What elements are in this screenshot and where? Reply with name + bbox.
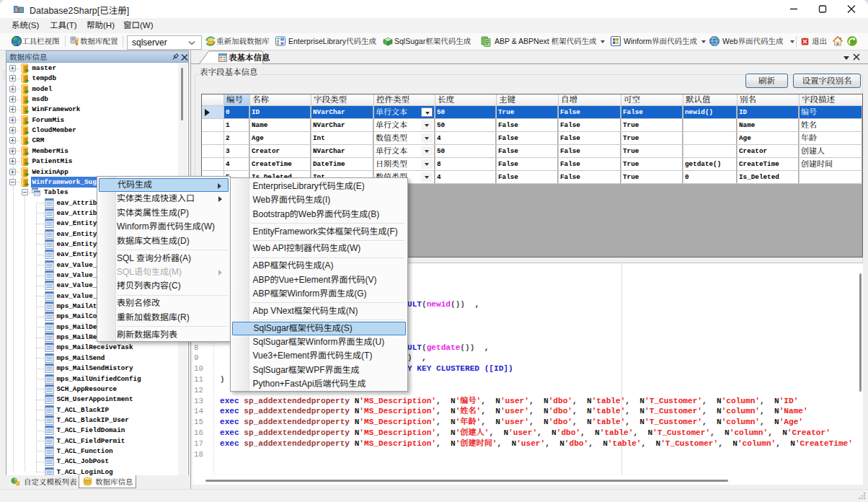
grid-cell[interactable]: False [558,132,620,144]
tree-item-label[interactable]: SCH_UserAppointment [57,394,133,405]
grid-cell[interactable]: 0 [223,106,249,118]
grid-cell[interactable]: getdate() [683,158,736,170]
grid-cell[interactable]: NVarChar [311,106,373,118]
menu-item[interactable]: SqlSugar框架代码生成(S) [232,322,406,335]
document-list-dropdown-icon[interactable] [843,56,849,60]
grid-cell[interactable]: False [496,158,557,170]
grid-cell[interactable]: ID [737,106,798,118]
grid-column-header[interactable]: 长度 [435,94,496,105]
grid-row-header[interactable] [202,158,223,170]
grid-cell[interactable]: False [496,171,557,183]
minimize-button[interactable] [779,0,808,18]
menu-item[interactable]: Bootstrap的Web界面代码生成(B) [232,208,406,221]
grid-cell[interactable]: False [496,132,557,144]
tree-item[interactable]: tempdb [6,73,178,84]
blog-icon[interactable] [846,35,858,47]
tree-item[interactable]: SCH_UserAppointment [6,394,178,405]
grid-cell[interactable]: False [558,158,620,170]
menu-item[interactable]: SqlSugar框架Winform界面生成(U) [232,335,406,349]
menu-item[interactable]: Vue3+Element界面代码生成(T) [232,349,406,363]
grid-cell[interactable]: Creator [249,145,310,157]
toolbar-sqlsugar-button[interactable]: SqlSugar框架代码生成 [394,33,471,50]
combo-dropdown-button[interactable] [421,133,433,143]
toolbar-exit-button[interactable]: 退出 [812,33,827,50]
tree-item[interactable]: T_ACL_BlackIP_User [6,415,178,426]
grid-cell[interactable]: DateTime [311,158,373,170]
editor-horizontal-scrollbar[interactable] [205,480,728,482]
refresh-button[interactable]: 刷新 [745,74,788,88]
tab-database-info[interactable]: 数据库信息 [79,475,136,488]
grid-cell[interactable]: False [558,145,620,157]
tree-scrollbar-thumb[interactable] [181,68,183,120]
tree-item-label[interactable]: tempdb [32,73,56,84]
menu-tools[interactable]: 工具(T) [50,18,77,33]
grid-cell[interactable]: 8 [435,158,495,170]
grid-cell[interactable]: CreateTime [737,158,798,170]
tree-item[interactable]: T_ACL_LoginLog [6,467,178,475]
home-icon[interactable] [832,35,843,47]
tree-item[interactable]: CRM [6,135,178,146]
tree-item[interactable]: mps_MailReceiveTask [6,342,178,353]
grid-cell[interactable]: Name [249,119,310,131]
grid-column-header[interactable]: 主键 [496,94,558,105]
menu-item[interactable]: ABP框架Winform界面生成(G) [232,287,406,301]
tree-item[interactable]: msdb [6,94,178,105]
tree-item-label[interactable]: msdb [32,94,48,105]
tree-item[interactable]: T_ACL_BlackIP [6,405,178,415]
set-field-alias-button[interactable]: 设置字段别名 [793,74,861,88]
grid-cell[interactable] [683,132,736,144]
grid-cell[interactable]: CreateTime [249,158,310,170]
menu-item[interactable]: ABP框架代码生成(A) [232,259,406,273]
grid-cell[interactable]: ID [249,106,310,118]
grid-cell[interactable]: True [496,106,557,118]
menu-system[interactable]: 系统(S) [12,18,39,33]
menu-item[interactable]: EntityFramework实体框架代码生成(F) [232,225,406,239]
grid-cell[interactable]: 创建时间 [799,158,862,170]
grid-cell[interactable]: 1 [223,119,249,131]
grid-cell[interactable] [799,171,862,183]
grid-cell[interactable]: True [621,158,682,170]
tree-item-label[interactable]: mps_MailUnifiedConfig [57,374,141,384]
tree-item-label[interactable]: eav_Entity [57,218,97,229]
toolbar-winform-dropdown-arrow[interactable] [701,40,706,43]
tree-item[interactable]: T_ACL_FieldDomain [6,425,178,436]
combo-dropdown-button[interactable] [421,159,433,169]
toolbar-web-dropdown-arrow[interactable] [790,40,794,43]
grid-cell[interactable]: Is_Deleted [737,171,798,183]
grid-cell[interactable]: 年龄 [799,132,862,144]
tab-label[interactable]: 数据库信息 [95,475,133,488]
menu-item[interactable]: EnterpriseLibrary代码生成(E) [232,180,406,193]
tree-item[interactable]: CloudMember [6,125,178,136]
grid-cell[interactable]: True [621,171,682,183]
grid-cell[interactable]: True [621,132,682,144]
menu-item[interactable]: 代码生成 [99,178,229,192]
tree-item-label[interactable]: T_ACL_FieldDomain [57,425,125,436]
combo-dropdown-button[interactable] [421,172,433,182]
toolbar-entlib-button[interactable]: EnterpriseLibrary代码生成 [288,33,376,50]
menu-help[interactable]: 帮助(H) [87,18,115,33]
tree-item[interactable]: SCH_AppResource [6,384,178,395]
toolbar-abp-dropdown-arrow[interactable] [601,40,605,43]
grid-column-header[interactable]: 字段描述 [799,94,862,105]
grid-column-header[interactable]: 编号 [223,94,249,105]
menu-item[interactable]: SQL 查询分析器(A) [99,252,229,265]
toolbar-winform-button[interactable]: Winform界面代码生成 [624,33,697,50]
tree-item-label[interactable]: mps_MailReceiveTask [57,342,133,353]
grid-cell[interactable]: NVarChar [311,145,373,157]
grid-cell[interactable]: NVarChar [311,119,373,131]
tree-item[interactable]: model [6,84,178,94]
grid-cell[interactable]: Int [311,132,373,144]
tree-item-label[interactable]: master [32,63,56,74]
menu-item[interactable]: SQL语句生成(M) [99,265,229,279]
grid-cell[interactable]: Age [249,132,310,144]
grid-cell[interactable]: 50 [435,106,495,118]
tree-item[interactable]: T_ACL_Function [6,446,178,457]
grid-cell[interactable]: True [621,145,682,157]
grid-cell[interactable]: 50 [435,145,495,157]
tree-item-label[interactable]: Tables [44,187,68,198]
combo-dropdown-button[interactable] [421,146,433,156]
tree-item-label[interactable]: T_ACL_JobPost [57,456,110,467]
tree-item-label[interactable]: CRM [32,135,45,146]
tree-item-label[interactable]: SCH_AppResource [57,384,118,395]
toolbar-abp-button[interactable]: ABP & ABPNext 框架代码生成 [495,33,597,50]
